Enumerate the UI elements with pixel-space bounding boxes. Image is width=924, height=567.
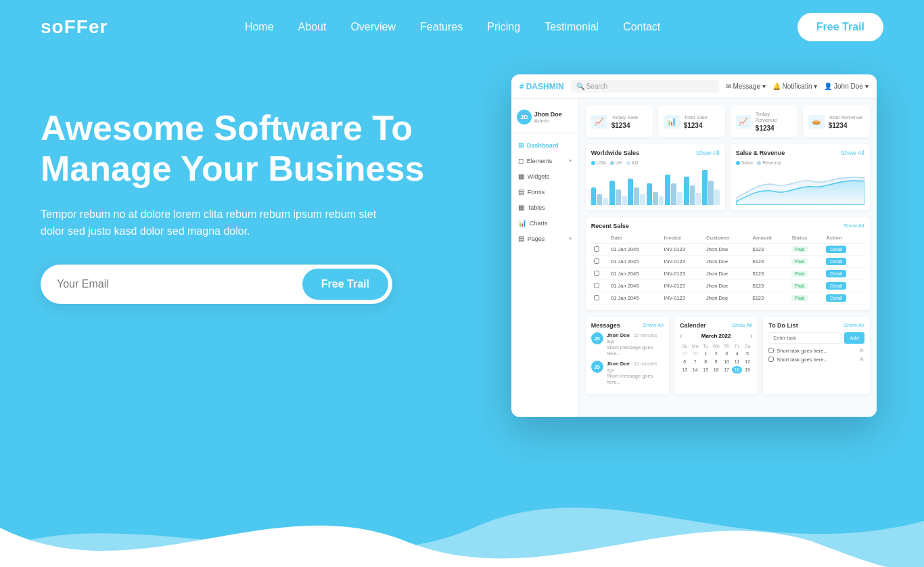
todo-remove-icon[interactable]: ✕ [859,347,864,354]
dashboard-icon: ⊞ [518,141,524,149]
calendar-day[interactable]: 18 [732,366,741,373]
user-action[interactable]: 👤 John Doe ▾ [824,83,868,90]
sidebar-item-forms[interactable]: ▤ Forms [511,184,578,200]
sidebar-item-tables[interactable]: ▦ Tables [511,200,578,215]
messages-link[interactable]: Show All [643,322,664,329]
calendar-day[interactable]: 15 [701,366,710,373]
col-status: Status [789,233,823,244]
nav-pricing[interactable]: Pricing [487,21,520,32]
wave-svg [0,487,924,567]
sidebar-item-label: Dashboard [527,142,559,149]
calendar-day[interactable]: 11 [732,358,741,365]
calendar-day[interactable]: 28 [690,350,699,357]
nav-links: Home About Overview Features Pricing Tes… [245,21,660,33]
user-role: Admin [534,118,562,124]
today-revenue-label: Today Revenue [756,111,792,123]
nav-home[interactable]: Home [245,21,274,32]
calendar-day[interactable]: 14 [690,366,699,373]
todo-title: To Do List [768,322,798,329]
col-invoice: Invoice [662,233,704,244]
calendar-day[interactable]: 4 [732,350,741,357]
dashboard-search[interactable]: 🔍 Search [571,80,719,93]
worldwide-chart-title: Worldwide Sales [591,150,639,156]
sales-revenue-chart-link[interactable]: Show All [841,150,864,156]
calendar-day[interactable]: 8 [701,358,710,365]
detail-button[interactable]: Detail [826,246,846,253]
calendar-day[interactable]: 12 [743,358,752,365]
message-action[interactable]: ✉ Message ▾ [726,83,766,90]
calendar-day[interactable]: 3 [722,350,731,357]
calendar-day[interactable]: 16 [711,366,720,373]
col-action: Action [823,233,864,244]
hero-title: Awesome Software To Manage Your Business [41,108,504,189]
row-select[interactable] [594,246,599,252]
calendar-day[interactable]: 27 [680,350,689,357]
todo-input[interactable] [768,332,841,344]
worldwide-chart-link[interactable]: Show All [696,150,720,156]
bottom-row: Messages Show All JD Jhon Doe 15 minutes… [586,317,870,394]
todo-add-button[interactable]: Add [844,332,864,344]
calendar-day[interactable]: 1 [701,350,710,357]
bar-group [665,175,682,206]
nav-about[interactable]: About [298,21,327,32]
sidebar-item-elements[interactable]: ◻ Elements ▾ [511,153,578,168]
sidebar-item-charts[interactable]: 📊 Charts [511,215,578,231]
calendar-day[interactable]: 5 [743,350,752,357]
notification-action[interactable]: 🔔 Notificatin ▾ [772,83,817,90]
charts-row: Worldwide Sales Show All USA UK AU [586,144,870,210]
detail-button[interactable]: Detail [826,294,846,302]
calendar-day[interactable]: 6 [680,358,689,365]
calendar-link[interactable]: Show All [732,322,753,329]
message-item: JD Jhon Doe 15 minutes ago Short message… [591,361,664,385]
status-badge: Paid [791,246,808,252]
detail-button[interactable]: Detail [826,270,846,277]
row-action: Detail [823,280,864,292]
todo-link[interactable]: Show All [844,322,864,329]
todo-checkbox[interactable] [768,357,774,362]
detail-button[interactable]: Detail [826,258,846,265]
todo-card: To Do List Show All Add Short task goes … [763,317,869,394]
bar-usa [647,183,652,206]
nav-overview[interactable]: Overview [350,21,396,32]
row-action: Detail [823,244,864,256]
row-select[interactable] [594,258,599,264]
sidebar-item-pages[interactable]: ▤ Pages ▾ [511,231,578,246]
avatar: JD [517,110,532,124]
worldwide-sales-chart: Worldwide Sales Show All USA UK AU [586,144,725,210]
email-cta-button[interactable]: Free Trail [302,269,388,300]
today-revenue-value: $1234 [756,124,792,132]
calendar-day[interactable]: 10 [722,358,731,365]
calendar-day[interactable]: 9 [711,358,720,365]
status-badge: Paid [791,271,808,277]
recent-sales-link[interactable]: Show All [844,223,864,229]
calendar-day[interactable]: 7 [690,358,699,365]
status-badge: Paid [791,295,808,301]
hero-content: Awesome Software To Manage Your Business… [41,81,504,304]
nav-contact[interactable]: Contact [623,21,660,32]
nav-testimonial[interactable]: Testimonial [545,21,599,32]
row-select[interactable] [594,295,599,300]
nav-free-trail-button[interactable]: Free Trail [798,13,883,41]
email-input[interactable] [57,278,302,290]
sidebar-item-widgets[interactable]: ▦ Widgets [511,168,578,184]
bar-group [591,187,608,205]
todo-remove-icon[interactable]: ✕ [859,356,864,363]
row-select[interactable] [594,271,599,276]
row-status: Paid [789,244,823,256]
calendar-day[interactable]: 13 [680,366,689,373]
calendar-prev-icon[interactable]: ‹ [680,332,682,340]
calendar-day[interactable]: 2 [711,350,720,357]
calendar-next-icon[interactable]: › [750,332,752,340]
table-row: 01 Jan 2045 INV-0123 Jhon Doe $123 Paid … [591,244,864,256]
nav-features[interactable]: Features [420,21,463,32]
sales-revenue-chart-header: Salse & Revenue Show All [736,150,864,156]
calendar-day[interactable]: 19 [743,366,752,373]
area-chart [736,168,864,205]
bar-group [628,179,645,205]
calendar-day[interactable]: 17 [722,366,731,373]
detail-button[interactable]: Detail [826,282,846,290]
todo-item: Short task goes here... ✕ [768,356,864,363]
sidebar-item-dashboard[interactable]: ⊞ Dashboard [511,137,578,153]
todo-checkbox[interactable] [768,348,774,353]
row-select[interactable] [594,283,599,288]
